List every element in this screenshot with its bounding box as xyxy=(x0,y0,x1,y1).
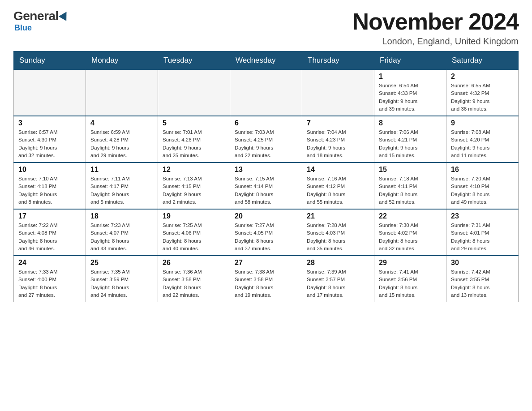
day-sun-info: Sunrise: 6:57 AM Sunset: 4:30 PM Dayligh… xyxy=(18,128,81,159)
day-number: 14 xyxy=(307,166,369,174)
day-sun-info: Sunrise: 6:59 AM Sunset: 4:28 PM Dayligh… xyxy=(90,128,153,159)
calendar-cell xyxy=(158,70,230,116)
calendar-cell: 16Sunrise: 7:20 AM Sunset: 4:10 PM Dayli… xyxy=(446,163,519,209)
calendar-cell: 17Sunrise: 7:22 AM Sunset: 4:08 PM Dayli… xyxy=(14,209,86,256)
day-number: 19 xyxy=(163,212,225,220)
day-sun-info: Sunrise: 7:36 AM Sunset: 3:58 PM Dayligh… xyxy=(163,268,225,299)
calendar-cell: 29Sunrise: 7:41 AM Sunset: 3:56 PM Dayli… xyxy=(374,256,446,302)
day-number: 18 xyxy=(90,212,153,220)
calendar-cell: 25Sunrise: 7:35 AM Sunset: 3:59 PM Dayli… xyxy=(86,256,158,302)
day-number: 20 xyxy=(235,212,297,220)
day-number: 11 xyxy=(90,166,153,174)
day-sun-info: Sunrise: 7:10 AM Sunset: 4:18 PM Dayligh… xyxy=(18,175,81,206)
calendar-cell: 23Sunrise: 7:31 AM Sunset: 4:01 PM Dayli… xyxy=(446,209,519,256)
weekday-header-friday: Friday xyxy=(374,51,446,70)
day-sun-info: Sunrise: 7:33 AM Sunset: 4:00 PM Dayligh… xyxy=(18,268,81,299)
calendar-cell: 15Sunrise: 7:18 AM Sunset: 4:11 PM Dayli… xyxy=(374,163,446,209)
title-area: November 2024 London, England, United Ki… xyxy=(352,9,519,47)
calendar-cell: 10Sunrise: 7:10 AM Sunset: 4:18 PM Dayli… xyxy=(14,163,86,209)
location-text: London, England, United Kingdom xyxy=(352,36,519,47)
day-number: 2 xyxy=(451,73,514,81)
weekday-header-wednesday: Wednesday xyxy=(230,51,302,70)
day-number: 9 xyxy=(451,119,514,127)
weekday-header-row: SundayMondayTuesdayWednesdayThursdayFrid… xyxy=(14,51,519,70)
header: General Blue November 2024 London, Engla… xyxy=(13,9,519,47)
day-number: 24 xyxy=(18,259,81,267)
weekday-header-monday: Monday xyxy=(86,51,158,70)
weekday-header-tuesday: Tuesday xyxy=(158,51,230,70)
day-number: 8 xyxy=(379,119,442,127)
day-number: 25 xyxy=(90,259,153,267)
day-sun-info: Sunrise: 7:20 AM Sunset: 4:10 PM Dayligh… xyxy=(451,175,514,206)
day-sun-info: Sunrise: 7:41 AM Sunset: 3:56 PM Dayligh… xyxy=(379,268,442,299)
calendar-cell: 19Sunrise: 7:25 AM Sunset: 4:06 PM Dayli… xyxy=(158,209,230,256)
calendar-cell: 24Sunrise: 7:33 AM Sunset: 4:00 PM Dayli… xyxy=(14,256,86,302)
calendar-cell: 4Sunrise: 6:59 AM Sunset: 4:28 PM Daylig… xyxy=(86,116,158,163)
calendar-cell: 18Sunrise: 7:23 AM Sunset: 4:07 PM Dayli… xyxy=(86,209,158,256)
day-number: 13 xyxy=(235,166,297,174)
day-sun-info: Sunrise: 6:54 AM Sunset: 4:33 PM Dayligh… xyxy=(379,82,442,113)
day-sun-info: Sunrise: 7:16 AM Sunset: 4:12 PM Dayligh… xyxy=(307,175,369,206)
calendar-cell xyxy=(86,70,158,116)
day-sun-info: Sunrise: 7:25 AM Sunset: 4:06 PM Dayligh… xyxy=(163,222,225,253)
day-number: 17 xyxy=(18,212,81,220)
weekday-header-thursday: Thursday xyxy=(302,51,374,70)
day-number: 10 xyxy=(18,166,81,174)
day-number: 22 xyxy=(379,212,442,220)
day-sun-info: Sunrise: 7:13 AM Sunset: 4:15 PM Dayligh… xyxy=(163,175,225,206)
calendar-cell: 8Sunrise: 7:06 AM Sunset: 4:21 PM Daylig… xyxy=(374,116,446,163)
calendar-week-row: 3Sunrise: 6:57 AM Sunset: 4:30 PM Daylig… xyxy=(14,116,519,163)
day-sun-info: Sunrise: 7:18 AM Sunset: 4:11 PM Dayligh… xyxy=(379,175,442,206)
calendar-cell: 6Sunrise: 7:03 AM Sunset: 4:25 PM Daylig… xyxy=(230,116,302,163)
day-sun-info: Sunrise: 7:31 AM Sunset: 4:01 PM Dayligh… xyxy=(451,222,514,253)
logo-general-text: General xyxy=(13,9,59,23)
month-title: November 2024 xyxy=(352,9,519,34)
weekday-header-saturday: Saturday xyxy=(446,51,519,70)
calendar-cell: 12Sunrise: 7:13 AM Sunset: 4:15 PM Dayli… xyxy=(158,163,230,209)
day-number: 16 xyxy=(451,166,514,174)
day-sun-info: Sunrise: 7:15 AM Sunset: 4:14 PM Dayligh… xyxy=(235,175,297,206)
day-number: 23 xyxy=(451,212,514,220)
calendar-cell: 7Sunrise: 7:04 AM Sunset: 4:23 PM Daylig… xyxy=(302,116,374,163)
day-number: 3 xyxy=(18,119,81,127)
calendar-cell: 2Sunrise: 6:55 AM Sunset: 4:32 PM Daylig… xyxy=(446,70,519,116)
calendar-cell: 20Sunrise: 7:27 AM Sunset: 4:05 PM Dayli… xyxy=(230,209,302,256)
day-sun-info: Sunrise: 7:08 AM Sunset: 4:20 PM Dayligh… xyxy=(451,128,514,159)
calendar-cell: 26Sunrise: 7:36 AM Sunset: 3:58 PM Dayli… xyxy=(158,256,230,302)
logo: General Blue xyxy=(13,9,69,33)
calendar-cell xyxy=(230,70,302,116)
logo-triangle-icon xyxy=(59,9,70,21)
calendar-cell: 5Sunrise: 7:01 AM Sunset: 4:26 PM Daylig… xyxy=(158,116,230,163)
day-sun-info: Sunrise: 7:22 AM Sunset: 4:08 PM Dayligh… xyxy=(18,222,81,253)
calendar-cell xyxy=(14,70,86,116)
day-number: 15 xyxy=(379,166,442,174)
day-number: 1 xyxy=(379,73,442,81)
day-sun-info: Sunrise: 7:03 AM Sunset: 4:25 PM Dayligh… xyxy=(235,128,297,159)
day-number: 6 xyxy=(235,119,297,127)
calendar-cell: 22Sunrise: 7:30 AM Sunset: 4:02 PM Dayli… xyxy=(374,209,446,256)
calendar-cell xyxy=(302,70,374,116)
day-number: 29 xyxy=(379,259,442,267)
day-sun-info: Sunrise: 7:39 AM Sunset: 3:57 PM Dayligh… xyxy=(307,268,369,299)
calendar-cell: 1Sunrise: 6:54 AM Sunset: 4:33 PM Daylig… xyxy=(374,70,446,116)
day-number: 27 xyxy=(235,259,297,267)
day-sun-info: Sunrise: 7:11 AM Sunset: 4:17 PM Dayligh… xyxy=(90,175,153,206)
day-sun-info: Sunrise: 7:23 AM Sunset: 4:07 PM Dayligh… xyxy=(90,222,153,253)
day-number: 7 xyxy=(307,119,369,127)
day-number: 26 xyxy=(163,259,225,267)
calendar-cell: 3Sunrise: 6:57 AM Sunset: 4:30 PM Daylig… xyxy=(14,116,86,163)
day-sun-info: Sunrise: 7:27 AM Sunset: 4:05 PM Dayligh… xyxy=(235,222,297,253)
day-number: 21 xyxy=(307,212,369,220)
calendar-cell: 27Sunrise: 7:38 AM Sunset: 3:58 PM Dayli… xyxy=(230,256,302,302)
day-number: 30 xyxy=(451,259,514,267)
day-number: 12 xyxy=(163,166,225,174)
calendar-cell: 13Sunrise: 7:15 AM Sunset: 4:14 PM Dayli… xyxy=(230,163,302,209)
calendar-table: SundayMondayTuesdayWednesdayThursdayFrid… xyxy=(13,51,519,302)
calendar-week-row: 17Sunrise: 7:22 AM Sunset: 4:08 PM Dayli… xyxy=(14,209,519,256)
day-sun-info: Sunrise: 7:35 AM Sunset: 3:59 PM Dayligh… xyxy=(90,268,153,299)
calendar-week-row: 24Sunrise: 7:33 AM Sunset: 4:00 PM Dayli… xyxy=(14,256,519,302)
calendar-cell: 30Sunrise: 7:42 AM Sunset: 3:55 PM Dayli… xyxy=(446,256,519,302)
day-sun-info: Sunrise: 6:55 AM Sunset: 4:32 PM Dayligh… xyxy=(451,82,514,113)
day-number: 28 xyxy=(307,259,369,267)
calendar-cell: 14Sunrise: 7:16 AM Sunset: 4:12 PM Dayli… xyxy=(302,163,374,209)
